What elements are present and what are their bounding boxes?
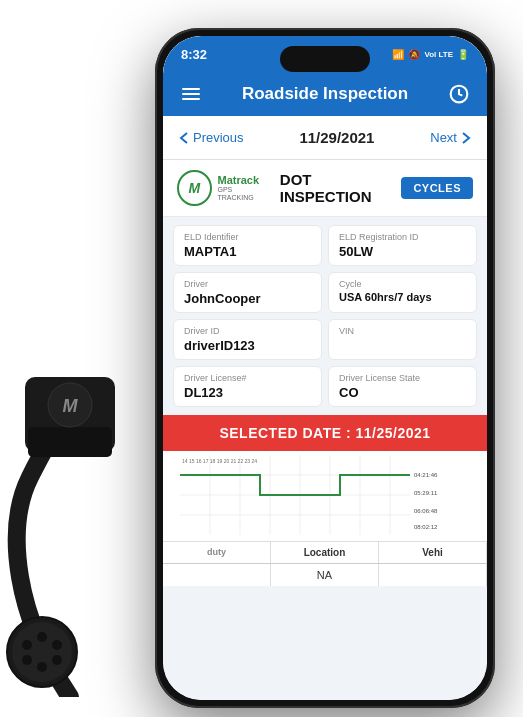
plug-svg: M [0,357,170,697]
phone-inner: 8:32 📶 🔕 Vol LTE 🔋 Roadside [163,36,487,700]
field-value: CO [339,385,466,400]
field-value: USA 60hrs/7 days [339,291,466,303]
svg-rect-17 [28,427,112,457]
selected-date-banner: SELECTED DATE : 11/25/2021 [163,415,487,451]
field-value: DL123 [184,385,311,400]
table-header-vehicle: Vehi [379,542,487,563]
svg-text:M: M [63,396,79,416]
table-data-row: NA [163,564,487,586]
nav-bar: Roadside Inspection [163,72,487,116]
nav-title: Roadside Inspection [242,84,408,104]
table-cell-location: NA [271,564,379,586]
hamburger-menu[interactable] [177,80,205,108]
date-nav: Previous 11/29/2021 Next [163,116,487,160]
svg-text:14 15 16 17 18 19 20 21 22 23 : 14 15 16 17 18 19 20 21 22 23 24 [182,458,257,464]
table-cell-duty [163,564,271,586]
svg-point-22 [37,632,47,642]
svg-text:05:29:11: 05:29:11 [414,490,438,496]
field-driver: Driver JohnCooper [173,272,322,313]
field-label: Driver License State [339,373,466,383]
dynamic-island [280,46,370,72]
svg-text:08:02:12: 08:02:12 [414,524,438,530]
field-label: Driver [184,279,311,289]
field-label: ELD Registration ID [339,232,466,242]
field-label: Cycle [339,279,466,289]
svg-point-26 [37,662,47,672]
chart-svg: 14 15 16 17 18 19 20 21 22 23 24 04:21:4… [167,455,483,537]
table-footer: duty Location Vehi NA [163,541,487,586]
field-label: Driver ID [184,326,311,336]
field-eld-registration: ELD Registration ID 50LW [328,225,477,266]
data-grid: ELD Identifier MAPTA1 ELD Registration I… [163,217,487,415]
table-header-location: Location [271,542,379,563]
hamburger-line [182,98,200,100]
battery-icon: 🔋 [457,49,469,60]
plug-device: M [0,357,170,697]
cycles-button[interactable]: CYCLES [401,177,473,199]
next-button[interactable]: Next [430,130,471,145]
status-bar-right: 📶 🔕 Vol LTE 🔋 [392,49,469,60]
table-header-duty: duty [163,542,271,563]
hamburger-line [182,88,200,90]
chart-area: 14 15 16 17 18 19 20 21 22 23 24 04:21:4… [163,451,487,541]
field-cycle: Cycle USA 60hrs/7 days [328,272,477,313]
inspection-header: M Matrack GPS TRACKING DOT INSPECTION CY… [163,160,487,217]
logo-tagline: GPS TRACKING [218,186,268,201]
logo-letter: M [188,180,200,196]
field-license-state: Driver License State CO [328,366,477,407]
svg-point-25 [22,655,32,665]
field-label: VIN [339,326,466,336]
clock-icon[interactable] [445,80,473,108]
dot-title: DOT INSPECTION [280,171,402,205]
table-header-row: duty Location Vehi [163,542,487,564]
field-driver-id: Driver ID driverID123 [173,319,322,360]
field-value: 50LW [339,244,466,259]
svg-point-23 [22,640,32,650]
scene: 8:32 📶 🔕 Vol LTE 🔋 Roadside [0,0,523,717]
svg-point-27 [52,655,62,665]
field-value: driverID123 [184,338,311,353]
field-value: JohnCooper [184,291,311,306]
field-value: MAPTA1 [184,244,311,259]
logo-area: M Matrack GPS TRACKING DOT INSPECTION [177,170,401,206]
date-display: 11/29/2021 [299,129,374,146]
field-vin: VIN [328,319,477,360]
field-eld-identifier: ELD Identifier MAPTA1 [173,225,322,266]
lte-text: Vol LTE [424,50,453,59]
screen-content: Previous 11/29/2021 Next [163,116,487,700]
previous-button[interactable]: Previous [179,130,244,145]
signal-icon: 📶 [392,49,404,60]
svg-point-24 [52,640,62,650]
field-label: Driver License# [184,373,311,383]
svg-point-21 [12,622,72,682]
field-label: ELD Identifier [184,232,311,242]
phone-screen: 8:32 📶 🔕 Vol LTE 🔋 Roadside [163,36,487,700]
status-time: 8:32 [181,47,207,62]
svg-text:04:21:46: 04:21:46 [414,472,438,478]
svg-text:06:06:48: 06:06:48 [414,508,438,514]
logo-name: Matrack [218,175,268,186]
next-label: Next [430,130,457,145]
previous-label: Previous [193,130,244,145]
table-cell-vehicle [379,564,487,586]
field-license-number: Driver License# DL123 [173,366,322,407]
phone-shell: 8:32 📶 🔕 Vol LTE 🔋 Roadside [155,28,495,708]
hamburger-line [182,93,200,95]
vol-icon: 🔕 [408,49,420,60]
logo-circle: M [177,170,212,206]
